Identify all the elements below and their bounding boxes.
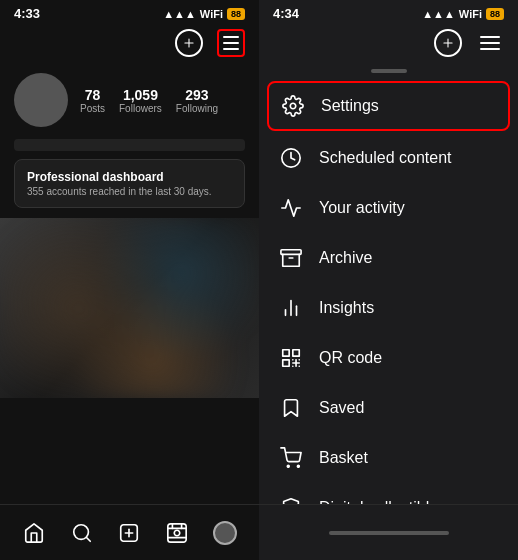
basket-icon <box>279 446 303 470</box>
following-count: 293 <box>185 87 208 103</box>
settings-icon <box>281 94 305 118</box>
saved-icon <box>279 396 303 420</box>
profile-background <box>0 218 259 398</box>
home-indicator <box>329 531 449 535</box>
followers-label: Followers <box>119 103 162 114</box>
posts-stat: 78 Posts <box>80 87 105 114</box>
menu-item-basket[interactable]: Basket <box>259 433 518 483</box>
add-nav-icon[interactable] <box>111 515 147 551</box>
followers-stat: 1,059 Followers <box>119 87 162 114</box>
home-nav-icon[interactable] <box>16 515 52 551</box>
settings-label: Settings <box>321 97 379 115</box>
top-icons-right <box>259 25 518 65</box>
collectibles-label: Digital collectibles <box>319 499 446 504</box>
top-icons-left <box>0 25 259 65</box>
menu-item-activity[interactable]: Your activity <box>259 183 518 233</box>
hamburger-button[interactable] <box>217 29 245 57</box>
insights-icon <box>279 296 303 320</box>
wifi-icon: WiFi <box>200 8 223 20</box>
svg-line-3 <box>86 537 90 541</box>
scheduled-icon <box>279 146 303 170</box>
svg-rect-7 <box>168 523 186 541</box>
dashboard-subtitle: 355 accounts reached in the last 30 days… <box>27 186 232 197</box>
right-panel: 4:34 ▲▲▲ WiFi 88 <box>259 0 518 560</box>
signal-icon: ▲▲▲ <box>163 8 196 20</box>
signal-icon-right: ▲▲▲ <box>422 8 455 20</box>
left-panel: 4:33 ▲▲▲ WiFi 88 78 Posts 1,059 Follower… <box>0 0 259 560</box>
saved-label: Saved <box>319 399 364 417</box>
menu-item-scheduled[interactable]: Scheduled content <box>259 133 518 183</box>
activity-label: Your activity <box>319 199 405 217</box>
svg-rect-22 <box>283 350 289 356</box>
username-bar <box>14 139 245 151</box>
svg-point-32 <box>297 465 299 467</box>
following-label: Following <box>176 103 218 114</box>
svg-rect-23 <box>293 350 299 356</box>
collectibles-icon <box>279 496 303 504</box>
followers-count: 1,059 <box>123 87 158 103</box>
drag-handle <box>371 69 407 73</box>
reels-nav-icon[interactable] <box>159 515 195 551</box>
svg-rect-17 <box>281 250 301 255</box>
stats: 78 Posts 1,059 Followers 293 Following <box>80 87 245 114</box>
menu-item-settings[interactable]: Settings <box>269 83 508 129</box>
dashboard-title: Professional dashboard <box>27 170 232 184</box>
professional-dashboard[interactable]: Professional dashboard 355 accounts reac… <box>14 159 245 208</box>
svg-point-8 <box>175 530 181 536</box>
menu-item-qr[interactable]: QR code <box>259 333 518 383</box>
menu-list: Settings ← Scheduled content Your activ <box>259 81 518 504</box>
menu-item-archive[interactable]: Archive <box>259 233 518 283</box>
scheduled-label: Scheduled content <box>319 149 452 167</box>
avatar <box>14 73 68 127</box>
menu-item-saved[interactable]: Saved <box>259 383 518 433</box>
hamburger-icon-right[interactable] <box>476 29 504 57</box>
posts-count: 78 <box>85 87 101 103</box>
archive-label: Archive <box>319 249 372 267</box>
settings-highlight-container: Settings ← <box>267 81 510 131</box>
new-post-icon[interactable] <box>175 29 203 57</box>
battery-icon-right: 88 <box>486 8 504 20</box>
search-nav-icon[interactable] <box>64 515 100 551</box>
menu-item-collectibles[interactable]: Digital collectibles <box>259 483 518 504</box>
posts-label: Posts <box>80 103 105 114</box>
profile-nav-icon[interactable] <box>207 515 243 551</box>
battery-icon: 88 <box>227 8 245 20</box>
bottom-nav <box>0 504 259 560</box>
qr-label: QR code <box>319 349 382 367</box>
svg-point-31 <box>287 465 289 467</box>
status-bar-left: 4:33 ▲▲▲ WiFi 88 <box>0 0 259 25</box>
bottom-nav-right <box>259 504 518 560</box>
following-stat: 293 Following <box>176 87 218 114</box>
time-right: 4:34 <box>273 6 299 21</box>
menu-item-insights[interactable]: Insights <box>259 283 518 333</box>
status-bar-right: 4:34 ▲▲▲ WiFi 88 <box>259 0 518 25</box>
svg-rect-24 <box>283 360 289 366</box>
basket-label: Basket <box>319 449 368 467</box>
wifi-icon-right: WiFi <box>459 8 482 20</box>
profile-section: 78 Posts 1,059 Followers 293 Following <box>0 65 259 135</box>
activity-icon <box>279 196 303 220</box>
new-post-icon-right[interactable] <box>434 29 462 57</box>
time-left: 4:33 <box>14 6 40 21</box>
qr-icon <box>279 346 303 370</box>
archive-icon <box>279 246 303 270</box>
svg-point-15 <box>290 103 296 109</box>
insights-label: Insights <box>319 299 374 317</box>
